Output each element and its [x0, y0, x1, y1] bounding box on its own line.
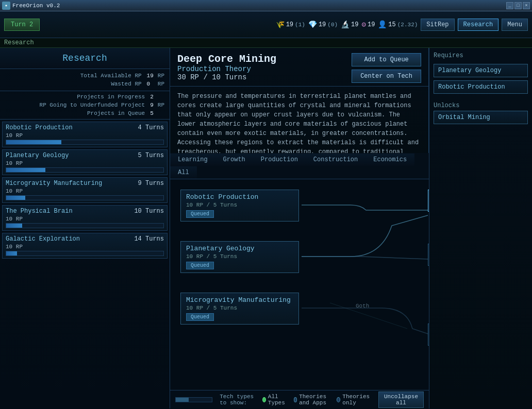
theories-apps-label: Theories and Apps: [299, 394, 329, 406]
theories-only-radio-dot: [337, 397, 340, 402]
industry-resource: ⚙ 19: [362, 20, 375, 29]
tab-growth[interactable]: Growth: [215, 153, 253, 166]
bottom-bar: Tech types to show: All Types Theories a…: [170, 390, 429, 408]
queue-item-turns: 9 Turns: [138, 180, 164, 187]
sidebar-right: Requires Planetary Geology Robotic Produ…: [429, 48, 532, 408]
population-delta: (2.32): [397, 22, 418, 28]
sidebar-item-orbital-mining[interactable]: Orbital Mining: [434, 111, 528, 124]
tech-cost: 30 RP / 10 Turns: [177, 73, 346, 81]
theories-apps-radio[interactable]: Theories and Apps: [294, 394, 329, 406]
breadcrumb-text: Research: [4, 39, 34, 46]
minerals-value: 19: [319, 21, 326, 28]
sidebar-item-robotic-production[interactable]: Robotic Production: [434, 80, 528, 94]
queued-badge: Queued: [186, 313, 214, 321]
theories-only-radio[interactable]: Theories only: [337, 394, 371, 406]
scroll-indicator[interactable]: [175, 397, 212, 402]
food-icon: 🌾: [276, 20, 285, 29]
queue-item[interactable]: Robotic Production 4 Turns 10 RP: [2, 122, 168, 147]
tech-name: Deep Core Mining: [177, 53, 346, 65]
uncollapse-button[interactable]: Uncollapse all: [378, 391, 424, 408]
title-bar: ★ FreeOrion v0.2 _ □ ×: [0, 0, 532, 11]
theories-apps-radio-dot: [294, 397, 297, 402]
research-icon: 🔬: [341, 20, 350, 29]
tab-construction[interactable]: Construction: [306, 153, 365, 166]
queue-item-progress: [6, 140, 164, 145]
tech-node-microgravity-manufacturing[interactable]: Microgravity Manufacturing 10 RP / 5 Tur…: [180, 293, 299, 325]
queue-item-name: The Physical Brain: [6, 208, 73, 215]
total-rp-label: Total Available RP: [4, 72, 144, 79]
tab-all[interactable]: All: [170, 166, 197, 179]
population-icon: 👤: [378, 20, 387, 29]
minerals-delta: (0): [327, 22, 338, 28]
all-types-radio-dot: [262, 397, 266, 402]
queue-item-rp: 10 RP: [6, 216, 164, 222]
sidebar-tech-name: Robotic Production: [438, 83, 523, 91]
queue-item-name: Galactic Exploration: [6, 235, 80, 243]
tech-description: The pressure and temperatures in terrest…: [170, 86, 428, 153]
population-value: 15: [388, 21, 395, 28]
breadcrumb: Research: [0, 38, 532, 48]
queue-item[interactable]: Microgravity Manufacturing 9 Turns 10 RP: [2, 177, 168, 203]
queue-item-name: Microgravity Manufacturing: [6, 180, 102, 187]
industry-icon: ⚙: [362, 20, 366, 29]
tech-node-deep-core-mining[interactable]: Deep Core Mining 30 RP / 10 Turns: [428, 190, 429, 212]
sitrep-button[interactable]: SitRep: [421, 19, 454, 31]
filter-tabs: Learning Growth Production Construction …: [170, 153, 429, 179]
tech-node-name: Robotic Production: [186, 193, 293, 201]
tab-economics[interactable]: Economics: [365, 153, 414, 166]
unlocks-label: Unlocks: [434, 102, 528, 109]
queue-item-rp: 10 RP: [6, 132, 164, 139]
tech-category: Production Theory: [177, 65, 346, 73]
minerals-icon: 💎: [308, 20, 317, 29]
turn-button[interactable]: Turn 2: [4, 19, 40, 31]
tech-node-planetary-geology[interactable]: Planetary Geology 10 RP / 5 Turns Queued: [180, 241, 299, 273]
queued-badge: Queued: [186, 262, 214, 269]
tech-node-xenoarchaeology[interactable]: Xenoarchaeology 30 RP / 10 Turns: [428, 323, 429, 346]
queue-item-name: Robotic Production: [6, 124, 73, 131]
food-delta: (1): [295, 22, 305, 28]
tech-node-name: Microgravity Manufacturing: [186, 296, 293, 304]
research-value: 19: [351, 21, 358, 28]
top-nav: Turn 2 🌾 19 (1) 💎 19 (0) 🔬 19 ⚙ 19 👤 15 …: [0, 11, 532, 38]
maximize-button[interactable]: □: [514, 2, 522, 9]
tab-production[interactable]: Production: [253, 153, 306, 166]
queue-item-rp: 10 RP: [6, 188, 164, 194]
research-nav-button[interactable]: Research: [458, 19, 499, 31]
tech-node-asteroid-mining[interactable]: Asteroid Mining 30 RP / 10 Turns: [428, 244, 429, 266]
projects-progress-label: Projects in Progress: [4, 93, 147, 100]
menu-button[interactable]: Menu: [502, 19, 528, 31]
queue-item-progress: [6, 223, 164, 228]
requires-label: Requires: [434, 52, 528, 59]
detail-panel: Deep Core Mining Production Theory 30 RP…: [170, 48, 429, 153]
center-on-tech-button[interactable]: Center on Tech: [352, 70, 421, 83]
add-to-queue-button[interactable]: Add to Queue: [352, 53, 421, 66]
queue-item-rp: 10 RP: [6, 160, 164, 166]
minerals-resource: 💎 19 (0): [308, 20, 338, 29]
underfunded-value: 9: [148, 101, 156, 109]
minimize-button[interactable]: _: [506, 2, 513, 9]
tech-tree[interactable]: Robotic Production 10 RP / 5 Turns Queue…: [170, 179, 429, 408]
research-resource: 🔬 19: [341, 20, 358, 29]
queue-list: Robotic Production 4 Turns 10 RP Planeta…: [0, 120, 170, 408]
tab-learning[interactable]: Learning: [170, 153, 215, 166]
sidebar-item-planetary-geology[interactable]: Planetary Geology: [434, 64, 528, 77]
tech-node-cost: 10 RP / 5 Turns: [186, 253, 293, 260]
app-title: FreeOrion v0.2: [12, 3, 506, 9]
wasted-rp-value: 0: [145, 80, 156, 88]
queue-item[interactable]: Planetary Geology 5 Turns 10 RP: [2, 149, 168, 175]
total-rp-value: 19: [145, 72, 156, 79]
sidebar-tech-name: Planetary Geology: [438, 67, 523, 74]
close-button[interactable]: ×: [523, 2, 530, 9]
projects-queue-label: Projects in Queue: [4, 110, 147, 117]
all-types-radio[interactable]: All Types: [262, 394, 287, 406]
queue-item[interactable]: The Physical Brain 10 Turns 10 RP: [2, 205, 168, 231]
wasted-rp-label: Wasted RP: [4, 80, 144, 88]
queue-item-turns: 5 Turns: [138, 152, 164, 159]
queue-item-turns: 10 Turns: [134, 208, 164, 215]
left-panel: Research Total Available RP 19 RP Wasted…: [0, 48, 170, 408]
queue-item[interactable]: Galactic Exploration 14 Turns 10 RP: [2, 233, 168, 259]
sidebar-tech-name: Orbital Mining: [438, 114, 523, 121]
queue-item-progress: [6, 195, 164, 200]
tech-node-robotic-production[interactable]: Robotic Production 10 RP / 5 Turns Queue…: [180, 190, 299, 221]
projects-progress-value: 2: [148, 93, 156, 100]
